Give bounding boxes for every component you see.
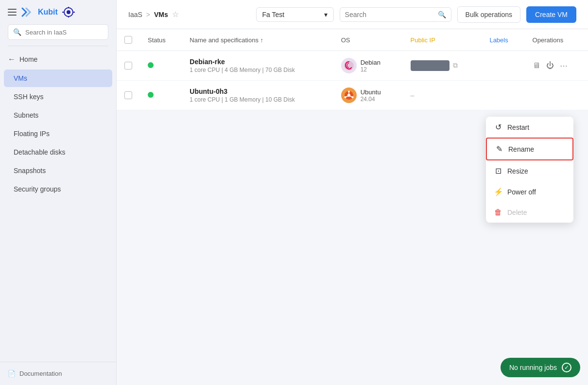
sidebar-search-icon: 🔍 bbox=[13, 28, 21, 36]
favorite-icon[interactable]: ☆ bbox=[172, 10, 179, 19]
row-ip-cell: ⧉ bbox=[403, 51, 482, 81]
header-checkbox-col bbox=[117, 29, 140, 51]
documentation-link[interactable]: 📄 Documentation bbox=[8, 370, 108, 377]
ip-badge bbox=[411, 60, 450, 71]
sidebar-item-subnets[interactable]: Subnets bbox=[4, 106, 112, 124]
debian-logo-svg bbox=[344, 60, 354, 71]
row-checkbox[interactable] bbox=[124, 62, 132, 70]
row-checkbox[interactable] bbox=[124, 91, 132, 99]
sidebar-home-item[interactable]: ← Home bbox=[0, 50, 116, 69]
sort-icon: ↑ bbox=[260, 36, 264, 44]
vm-specs: 1 core CPU | 1 GB Memory | 10 GB Disk bbox=[190, 96, 325, 103]
more-options-icon[interactable]: ⋯ bbox=[560, 61, 568, 70]
os-info: Ubuntu 24.04 bbox=[341, 88, 395, 103]
row-ops-cell: 🖥 ⏻ ⋯ bbox=[525, 51, 588, 81]
sidebar-footer: 📄 Documentation bbox=[0, 362, 116, 385]
search-icon[interactable]: 🔍 bbox=[438, 11, 446, 18]
table-header-row: Status Name and specifications ↑ OS Publ… bbox=[117, 29, 588, 51]
topbar-right: Fa Test ▾ 🔍 Bulk operations Create VM bbox=[256, 6, 576, 23]
os-name: Debian bbox=[361, 59, 380, 66]
row-name-cell: Debian-rke 1 core CPU | 4 GB Memory | 70… bbox=[182, 51, 333, 81]
second-logo-icon bbox=[62, 7, 75, 18]
os-name: Ubuntu bbox=[361, 88, 381, 96]
content-area: Status Name and specifications ↑ OS Publ… bbox=[117, 29, 588, 385]
ubuntu-os-icon bbox=[341, 88, 357, 103]
copy-icon[interactable]: ⧉ bbox=[453, 61, 458, 69]
vm-name[interactable]: Ubuntu-0h3 bbox=[190, 88, 325, 95]
sidebar-item-security-groups[interactable]: Security groups bbox=[4, 180, 112, 198]
row-os-cell: Debian 12 bbox=[333, 51, 403, 81]
ctx-delete: 🗑 Delete bbox=[486, 202, 573, 223]
doc-icon: 📄 bbox=[8, 370, 16, 377]
delete-icon: 🗑 bbox=[494, 208, 502, 217]
context-menu: ↺ Restart ✎ Rename ⊡ Resize ⚡ Power off … bbox=[486, 117, 573, 223]
svg-point-11 bbox=[344, 96, 346, 98]
sidebar-search-container: 🔍 bbox=[0, 24, 116, 46]
ctx-power-off[interactable]: ⚡ Power off bbox=[486, 181, 573, 202]
sidebar-item-snapshots[interactable]: Snapshots bbox=[4, 162, 112, 179]
no-ip-dash: – bbox=[411, 91, 415, 99]
row-name-cell: Ubuntu-0h3 1 core CPU | 1 GB Memory | 10… bbox=[182, 81, 333, 110]
status-bar[interactable]: No running jobs ✓ bbox=[501, 358, 580, 377]
os-version: 24.04 bbox=[361, 96, 381, 103]
row-checkbox-cell bbox=[117, 81, 140, 110]
create-vm-button[interactable]: Create VM bbox=[526, 6, 576, 23]
os-info: Debian 12 bbox=[341, 58, 395, 73]
sidebar-item-floating-ips[interactable]: Floating IPs bbox=[4, 125, 112, 142]
row-checkbox-cell bbox=[117, 51, 140, 81]
tenant-selector[interactable]: Fa Test ▾ bbox=[256, 7, 334, 22]
svg-point-10 bbox=[351, 96, 353, 98]
sidebar-search-box[interactable]: 🔍 bbox=[8, 24, 108, 40]
row-labels-cell bbox=[482, 81, 524, 110]
svg-point-9 bbox=[348, 91, 350, 93]
ubuntu-logo-svg bbox=[344, 90, 354, 101]
power-icon[interactable]: ⏻ bbox=[546, 61, 554, 70]
hamburger-icon[interactable] bbox=[8, 9, 17, 16]
select-all-checkbox[interactable] bbox=[124, 36, 132, 44]
search-box[interactable]: 🔍 bbox=[340, 7, 451, 22]
sidebar-item-vms[interactable]: VMs bbox=[4, 70, 112, 87]
ctx-restart[interactable]: ↺ Restart bbox=[486, 117, 573, 138]
table-row: Debian-rke 1 core CPU | 4 GB Memory | 70… bbox=[117, 51, 588, 81]
kubit-logo-icon bbox=[21, 7, 34, 17]
row-status-cell bbox=[140, 81, 182, 110]
sidebar-item-detachable-disks[interactable]: Detachable disks bbox=[4, 143, 112, 161]
header-labels[interactable]: Labels bbox=[482, 29, 524, 51]
breadcrumb: IaaS > VMs ☆ bbox=[128, 10, 179, 19]
sidebar-item-ssh-keys[interactable]: SSH keys bbox=[4, 88, 112, 105]
rename-icon: ✎ bbox=[495, 144, 503, 154]
svg-point-1 bbox=[67, 10, 70, 14]
ctx-resize[interactable]: ⊡ Resize bbox=[486, 160, 573, 181]
status-label: No running jobs bbox=[509, 364, 557, 371]
logo-area: Kubit bbox=[21, 7, 75, 18]
app-name: Kubit bbox=[38, 8, 58, 17]
ctx-power-off-label: Power off bbox=[507, 188, 536, 196]
ctx-restart-label: Restart bbox=[507, 123, 529, 131]
row-ops-cell bbox=[525, 81, 588, 110]
back-icon: ← bbox=[8, 55, 16, 64]
table-row: Ubuntu-0h3 1 core CPU | 1 GB Memory | 10… bbox=[117, 81, 588, 110]
vm-specs: 1 core CPU | 4 GB Memory | 70 GB Disk bbox=[190, 67, 325, 73]
header-operations: Operations bbox=[525, 29, 588, 51]
sidebar-header: Kubit bbox=[0, 0, 116, 24]
vm-table: Status Name and specifications ↑ OS Publ… bbox=[117, 29, 588, 110]
os-version: 12 bbox=[361, 66, 380, 73]
row-operations: 🖥 ⏻ ⋯ bbox=[533, 61, 580, 70]
row-os-cell: Ubuntu 24.04 bbox=[333, 81, 403, 110]
sidebar-search-input[interactable] bbox=[25, 29, 103, 36]
console-icon[interactable]: 🖥 bbox=[533, 61, 540, 70]
tenant-label: Fa Test bbox=[262, 11, 285, 18]
status-dot-running bbox=[148, 92, 154, 98]
topbar: IaaS > VMs ☆ Fa Test ▾ 🔍 Bulk operations… bbox=[117, 0, 588, 29]
search-input[interactable] bbox=[345, 11, 434, 18]
debian-os-icon bbox=[341, 58, 357, 73]
header-public-ip[interactable]: Public IP bbox=[403, 29, 482, 51]
ctx-rename[interactable]: ✎ Rename bbox=[486, 138, 573, 160]
resize-icon: ⊡ bbox=[494, 166, 502, 175]
header-name[interactable]: Name and specifications ↑ bbox=[182, 29, 333, 51]
breadcrumb-parent[interactable]: IaaS bbox=[128, 11, 142, 18]
bulk-operations-button[interactable]: Bulk operations bbox=[457, 6, 521, 23]
sidebar-nav: VMs SSH keys Subnets Floating IPs Detach… bbox=[0, 69, 116, 199]
vm-name[interactable]: Debian-rke bbox=[190, 58, 325, 66]
row-ip-cell: – bbox=[403, 81, 482, 110]
